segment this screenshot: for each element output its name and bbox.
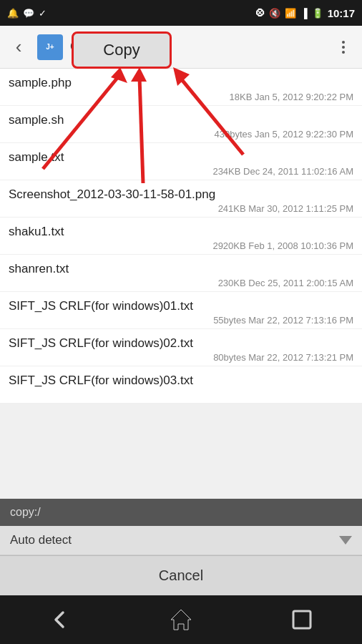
status-bar-left: 🔔 💬 ✓ bbox=[7, 8, 47, 19]
wifi-icon: 📶 bbox=[285, 8, 296, 19]
bottom-panel: copy:/ Auto detect Cancel bbox=[0, 499, 362, 595]
list-item[interactable]: SIFT_JS CRLF(for windows)01.txt 55bytes … bbox=[0, 292, 362, 329]
list-item[interactable]: sample.sh 430bytes Jan 5, 2012 9:22:30 P… bbox=[0, 106, 362, 143]
file-meta: 430bytes Jan 5, 2012 9:22:30 PM bbox=[9, 129, 353, 140]
svg-rect-7 bbox=[293, 611, 310, 628]
nav-home-button[interactable] bbox=[160, 602, 202, 637]
app-icon: J+ bbox=[37, 34, 63, 60]
file-name: sample.php bbox=[9, 76, 353, 90]
file-meta: 18KB Jan 5, 2012 9:20:22 PM bbox=[9, 92, 353, 102]
file-meta: 230KB Dec 25, 2011 2:00:15 AM bbox=[9, 278, 353, 288]
list-item[interactable]: Screenshot_2012-03-30-11-58-01.png 241KB… bbox=[0, 180, 362, 218]
battery-icon: 🔋 bbox=[312, 8, 323, 19]
notification-icon: 🔔 bbox=[7, 8, 19, 19]
recent-nav-icon bbox=[289, 607, 315, 633]
nav-bar bbox=[0, 595, 362, 644]
dropdown-arrow-icon bbox=[339, 536, 352, 545]
status-time: 10:17 bbox=[328, 7, 355, 19]
file-meta: 2920KB Feb 1, 2008 10:10:36 PM bbox=[9, 240, 353, 251]
file-name: SIFT_JS CRLF(for windows)02.txt bbox=[9, 336, 353, 351]
checkmark-icon: ✓ bbox=[39, 8, 47, 19]
copy-path-bar: copy:/ bbox=[0, 499, 362, 526]
signal-icon: ▐ bbox=[300, 8, 307, 19]
file-meta: 234KB Dec 24, 2011 11:02:16 AM bbox=[9, 166, 353, 177]
app-icon-label: J+ bbox=[46, 43, 54, 51]
bluetooth-icon: ⭙ bbox=[255, 8, 265, 19]
file-meta: 55bytes Mar 22, 2012 7:13:16 PM bbox=[9, 315, 353, 326]
file-name: shanren.txt bbox=[9, 262, 353, 276]
status-bar: 🔔 💬 ✓ ⭙ 🔇 📶 ▐ 🔋 10:17 bbox=[0, 0, 362, 26]
nav-back-button[interactable] bbox=[39, 602, 82, 637]
auto-detect-label: Auto detect bbox=[10, 533, 72, 547]
file-name: SIFT_JS CRLF(for windows)01.txt bbox=[9, 299, 353, 313]
file-name: SIFT_JS CRLF(for windows)03.txt bbox=[9, 374, 353, 388]
sms-icon: 💬 bbox=[23, 8, 34, 19]
list-item[interactable]: sample.txt 234KB Dec 24, 2011 11:02:16 A… bbox=[0, 143, 362, 180]
copy-button-container: Copy bbox=[72, 31, 172, 69]
list-item[interactable]: SIFT_JS CRLF(for windows)02.txt 80bytes … bbox=[0, 329, 362, 366]
list-item[interactable]: SIFT_JS CRLF(for windows)03.txt bbox=[0, 366, 362, 404]
back-icon: ‹ bbox=[16, 36, 22, 58]
file-meta: 241KB Mar 30, 2012 1:11:25 PM bbox=[9, 203, 353, 214]
nav-recent-button[interactable] bbox=[280, 602, 323, 637]
copy-path-text: copy:/ bbox=[10, 506, 41, 518]
copy-button[interactable]: Copy bbox=[72, 31, 172, 69]
file-list: sample.php 18KB Jan 5, 2012 9:20:22 PM s… bbox=[0, 69, 362, 404]
list-item[interactable]: shanren.txt 230KB Dec 25, 2011 2:00:15 A… bbox=[0, 255, 362, 292]
app-icon-container: J+ bbox=[34, 31, 66, 63]
cancel-button[interactable]: Cancel bbox=[0, 555, 362, 595]
action-bar: ‹ J+ Open Copy bbox=[0, 26, 362, 69]
file-name: sample.txt bbox=[9, 150, 353, 165]
overflow-dot-3 bbox=[342, 51, 345, 54]
list-item[interactable]: sample.php 18KB Jan 5, 2012 9:20:22 PM bbox=[0, 69, 362, 106]
status-bar-right: ⭙ 🔇 📶 ▐ 🔋 10:17 bbox=[255, 7, 355, 19]
overflow-menu-button[interactable] bbox=[331, 34, 356, 60]
list-item[interactable]: shaku1.txt 2920KB Feb 1, 2008 10:10:36 P… bbox=[0, 218, 362, 255]
home-nav-icon bbox=[168, 607, 194, 633]
svg-marker-6 bbox=[171, 610, 191, 630]
back-button[interactable]: ‹ bbox=[6, 34, 31, 60]
auto-detect-row[interactable]: Auto detect bbox=[0, 526, 362, 555]
file-name: sample.sh bbox=[9, 113, 353, 127]
overflow-dot-1 bbox=[342, 41, 345, 44]
back-nav-icon bbox=[47, 607, 73, 633]
file-name: shaku1.txt bbox=[9, 225, 353, 239]
file-meta: 80bytes Mar 22, 2012 7:13:21 PM bbox=[9, 352, 353, 363]
overflow-dot-2 bbox=[342, 46, 345, 49]
mute-icon: 🔇 bbox=[269, 8, 280, 19]
file-name: Screenshot_2012-03-30-11-58-01.png bbox=[9, 187, 353, 202]
